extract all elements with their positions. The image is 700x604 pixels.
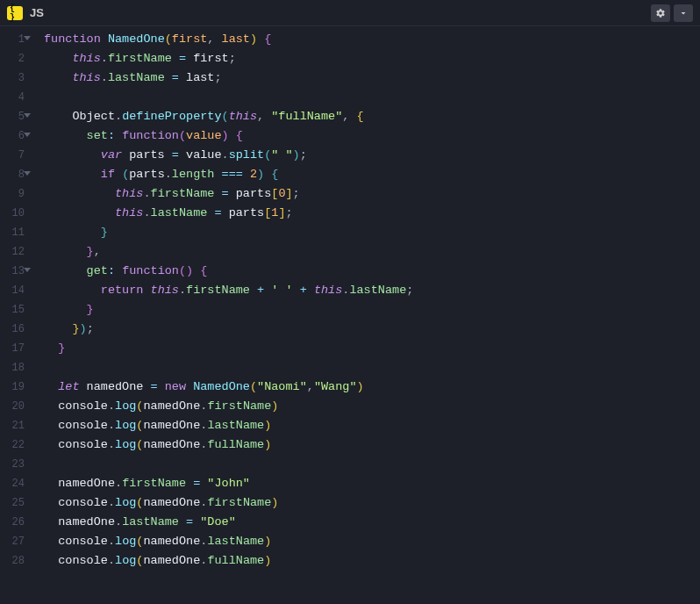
code-line[interactable]: console.log(namedOne.fullName) [44, 551, 700, 571]
line-number: 9 [0, 184, 25, 204]
code-line[interactable]: } [44, 223, 700, 242]
code-line[interactable]: } [44, 339, 700, 358]
line-number: 4 [0, 88, 25, 107]
fold-triangle-icon[interactable] [24, 36, 31, 40]
line-number: 15 [0, 300, 25, 320]
line-number: 7 [0, 146, 25, 165]
language-label: JS [30, 6, 44, 19]
line-number: 23 [0, 455, 25, 474]
code-line[interactable]: this.lastName = last; [44, 68, 700, 88]
titlebar-right [651, 4, 693, 22]
line-number: 25 [0, 493, 25, 513]
titlebar: { } JS [0, 0, 700, 26]
code-area[interactable]: function NamedOne(first, last) { this.fi… [33, 30, 700, 604]
line-number: 6 [0, 126, 25, 146]
gear-icon [655, 8, 666, 18]
code-line[interactable]: this.firstName = first; [44, 49, 700, 68]
code-editor[interactable]: 1234567891011121314151617181920212223242… [0, 26, 700, 604]
code-line[interactable]: console.log(namedOne.lastName) [44, 532, 700, 551]
line-number: 14 [0, 281, 25, 300]
code-line[interactable]: get: function() { [44, 262, 700, 281]
line-number-gutter: 1234567891011121314151617181920212223242… [0, 30, 33, 604]
code-line[interactable]: var parts = value.split(" "); [44, 146, 700, 165]
line-number: 13 [0, 262, 25, 281]
line-number: 17 [0, 339, 25, 358]
line-number: 27 [0, 532, 25, 551]
code-line[interactable]: this.firstName = parts[0]; [44, 184, 700, 204]
line-number: 12 [0, 242, 25, 262]
fold-triangle-icon[interactable] [24, 113, 31, 118]
settings-button[interactable] [651, 4, 670, 22]
code-line[interactable]: let namedOne = new NamedOne("Naomi","Wan… [44, 378, 700, 397]
code-line[interactable]: function NamedOne(first, last) { [44, 30, 700, 49]
code-line[interactable]: return this.firstName + ' ' + this.lastN… [44, 281, 700, 300]
code-line[interactable]: set: function(value) { [44, 126, 700, 146]
line-number: 24 [0, 474, 25, 493]
dropdown-button[interactable] [674, 4, 693, 22]
line-number: 3 [0, 68, 25, 88]
line-number: 2 [0, 49, 25, 68]
line-number: 5 [0, 107, 25, 126]
code-line[interactable]: }, [44, 242, 700, 262]
code-line[interactable]: console.log(namedOne.firstName) [44, 493, 700, 513]
line-number: 26 [0, 513, 25, 532]
code-line[interactable]: Object.defineProperty(this, "fullName", … [44, 107, 700, 126]
js-badge-icon: { } [7, 6, 23, 20]
titlebar-left: { } JS [7, 6, 44, 20]
code-line[interactable]: }); [44, 320, 700, 339]
chevron-down-icon [678, 8, 689, 18]
code-line[interactable] [44, 88, 700, 107]
line-number: 16 [0, 320, 25, 339]
line-number: 21 [0, 416, 25, 435]
code-line[interactable]: if (parts.length === 2) { [44, 165, 700, 184]
fold-triangle-icon[interactable] [24, 268, 31, 272]
code-line[interactable]: console.log(namedOne.fullName) [44, 435, 700, 455]
line-number: 28 [0, 551, 25, 571]
fold-triangle-icon[interactable] [24, 171, 31, 176]
code-line[interactable]: this.lastName = parts[1]; [44, 204, 700, 223]
code-line[interactable] [44, 358, 700, 378]
code-line[interactable]: namedOne.firstName = "John" [44, 474, 700, 493]
line-number: 10 [0, 204, 25, 223]
code-line[interactable]: } [44, 300, 700, 320]
code-line[interactable]: namedOne.lastName = "Doe" [44, 513, 700, 532]
line-number: 8 [0, 165, 25, 184]
line-number: 20 [0, 397, 25, 416]
code-line[interactable] [44, 455, 700, 474]
line-number: 1 [0, 30, 25, 49]
line-number: 11 [0, 223, 25, 242]
line-number: 22 [0, 435, 25, 455]
fold-triangle-icon[interactable] [24, 133, 31, 137]
code-line[interactable]: console.log(namedOne.firstName) [44, 397, 700, 416]
line-number: 18 [0, 358, 25, 378]
line-number: 19 [0, 378, 25, 397]
code-line[interactable]: console.log(namedOne.lastName) [44, 416, 700, 435]
